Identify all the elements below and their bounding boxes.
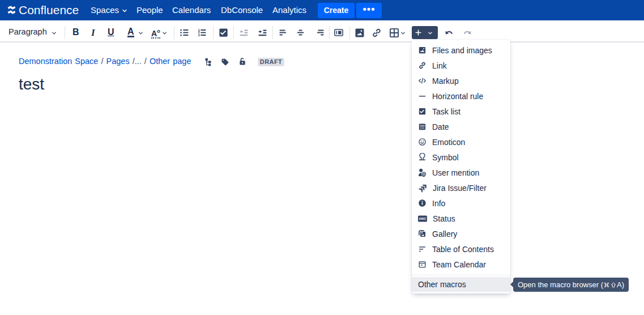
svg-text:ABC: ABC	[419, 216, 427, 220]
svg-text:3: 3	[198, 33, 200, 37]
